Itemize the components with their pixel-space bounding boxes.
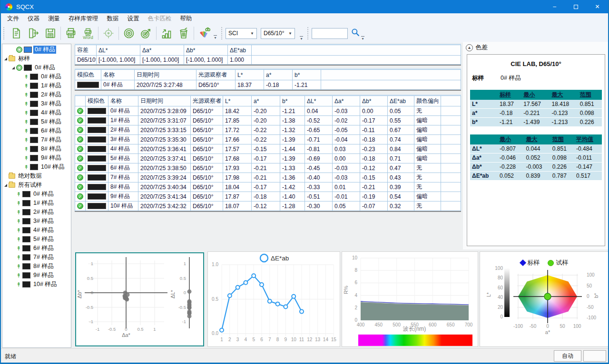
column-header[interactable]: ΔE*ab [228, 45, 252, 56]
tree-item[interactable]: ↟3# 样品 [2, 99, 71, 108]
menu-item[interactable]: 仪器 [23, 14, 44, 24]
menu-item[interactable]: 设置 [123, 14, 144, 24]
column-header[interactable]: Δa* [333, 96, 360, 106]
tree-item[interactable]: 所有试样 [2, 181, 71, 190]
search-input[interactable] [312, 28, 348, 39]
tree-item[interactable]: ↟1# 样品 [2, 199, 71, 208]
tree-item[interactable]: ↟7# 样品 [2, 135, 71, 144]
tree-item[interactable]: ↟2# 样品 [2, 90, 71, 99]
tree-item[interactable]: ↟9# 样品 [2, 271, 71, 280]
illuminant-dropdown[interactable]: D65/10° ▼ [261, 28, 295, 39]
tree-expander-icon[interactable] [12, 67, 15, 69]
column-header[interactable]: b* [280, 96, 305, 106]
tree-item[interactable]: ↟0# 样品 [2, 72, 71, 81]
toolbar-grip[interactable] [221, 27, 224, 39]
column-header[interactable]: a* [264, 70, 293, 80]
column-header[interactable]: 名称 [108, 96, 138, 106]
tree-item[interactable]: 0# 样品 [2, 45, 71, 54]
collapse-panel-icon[interactable]: ▲ [466, 44, 473, 51]
search-icon[interactable] [351, 28, 360, 39]
tree-item[interactable]: ↟9# 样品 [2, 153, 71, 163]
delete-button[interactable] [175, 25, 192, 42]
deltae-trend-chart-panel[interactable]: 1234567891011121314150.00.51.0ΔE*ab [207, 251, 340, 347]
save-button[interactable] [42, 25, 59, 42]
table-row[interactable]: ✓4# 样品2020/7/25 3:36:41D65/10°17.57-0.15… [75, 144, 461, 154]
menu-item[interactable]: 存样库管理 [64, 14, 103, 24]
print-word-button[interactable]: Word [79, 25, 97, 42]
toolbar-grip[interactable] [3, 27, 6, 39]
toolbar-grip[interactable] [307, 27, 310, 39]
report-chart-button[interactable] [158, 25, 175, 42]
mode-dropdown[interactable]: SCI ▼ [226, 28, 257, 39]
gamut-chart-panel[interactable]: -100-50050100100500-50-100100806040200L*… [480, 251, 609, 347]
tree-item[interactable]: ↟7# 样品 [2, 253, 71, 262]
menu-item[interactable]: 帮助 [176, 14, 196, 24]
table-row[interactable]: ✓1# 样品2020/7/25 3:31:07D65/10°17.85-0.20… [75, 116, 461, 125]
table-row[interactable]: ✓6# 样品2020/7/25 3:38:50D65/10°17.93-0.21… [75, 163, 461, 173]
tree-item[interactable]: ↟6# 样品 [2, 126, 71, 135]
toolbar-overflow-icon[interactable]: ▾ [361, 36, 364, 41]
close-button[interactable]: ✕ [587, 0, 608, 13]
tree-item[interactable]: ↟4# 样品 [2, 108, 71, 117]
tree-item[interactable]: ↟5# 样品 [2, 235, 71, 244]
column-header[interactable]: 日期时间 [138, 96, 191, 106]
column-header[interactable]: a* [252, 96, 280, 106]
table-row[interactable]: ✓2# 样品2020/7/25 3:33:15D65/10°17.72-0.22… [75, 125, 461, 135]
column-header[interactable] [75, 96, 86, 106]
column-header[interactable]: 颜色偏向 [414, 96, 441, 106]
table-row[interactable]: D65/10°[-1.000, 1.000][-1.000, 1.000][-1… [75, 56, 461, 65]
tree-item[interactable]: 绝对数据 [2, 172, 71, 181]
table-row[interactable]: ✓9# 样品2020/7/25 3:41:34D65/10°17.87-0.18… [75, 192, 461, 201]
reflectance-chart-panel[interactable]: 0246810400450500550600650700R%波长(nm) [342, 251, 478, 347]
column-header[interactable]: ΔL* [97, 45, 140, 56]
table-row[interactable]: ✓5# 样品2020/7/25 3:37:41D65/10°17.68-0.17… [75, 154, 461, 163]
tree-item[interactable]: ↟0# 样品 [2, 190, 71, 199]
tree-item[interactable]: ↟4# 样品 [2, 226, 71, 235]
tree-item[interactable]: ↟2# 样品 [2, 208, 71, 217]
tree-item[interactable]: ↟1# 样品 [2, 81, 71, 90]
tree-item[interactable]: ↟6# 样品 [2, 244, 71, 253]
tree-item[interactable]: ↟5# 样品 [2, 117, 71, 126]
tree-item[interactable]: ↟10# 样品 [2, 280, 71, 289]
column-header[interactable] [321, 70, 461, 80]
toolbar-overflow-icon[interactable]: ▾ [300, 36, 303, 41]
table-row[interactable]: ✓7# 样品2020/7/25 3:39:24D65/10°17.98-0.21… [75, 173, 461, 182]
auto-button[interactable]: 自动 [554, 350, 581, 362]
column-header[interactable]: b* [293, 70, 321, 80]
column-header[interactable]: 模拟色 [75, 70, 101, 80]
column-header[interactable] [441, 96, 461, 106]
new-document-button[interactable] [8, 25, 25, 42]
table-row[interactable]: ✓8# 样品2020/7/25 3:40:34D65/10°18.04-0.17… [75, 182, 461, 192]
export-button[interactable] [25, 25, 42, 42]
column-header[interactable]: L* [223, 96, 252, 106]
menu-item[interactable]: 色卡匹检 [144, 14, 176, 24]
tree-item[interactable]: ↟8# 样品 [2, 144, 71, 153]
table-row[interactable]: ✓3# 样品2020/7/25 3:35:30D65/10°17.66-0.22… [75, 135, 461, 144]
column-header[interactable]: L* [236, 70, 264, 80]
tree-item[interactable]: ↟3# 样品 [2, 217, 71, 226]
toolbar-overflow-icon[interactable]: ▾ [214, 35, 217, 40]
print-button[interactable] [62, 25, 79, 42]
menu-item[interactable]: 测量 [44, 14, 64, 24]
tree-item[interactable]: ↟10# 样品 [2, 163, 71, 172]
column-header[interactable] [252, 45, 461, 56]
measure-sample-button[interactable] [138, 25, 155, 42]
column-header[interactable]: Δb* [184, 45, 228, 56]
minimize-button[interactable]: – [544, 0, 565, 13]
maximize-button[interactable] [565, 0, 587, 13]
calibrate-button[interactable] [100, 25, 117, 42]
column-header[interactable]: 名称 [101, 70, 135, 80]
tree-expander-icon[interactable] [4, 57, 7, 60]
menu-item[interactable]: 文件 [3, 14, 23, 24]
column-header[interactable]: ΔL* [305, 96, 333, 106]
tree-expander-icon[interactable] [4, 184, 7, 187]
measure-standard-button[interactable] [120, 25, 138, 42]
column-header[interactable]: Δb* [360, 96, 388, 106]
color-search-button[interactable] [196, 25, 213, 42]
column-header[interactable]: Δa* [140, 45, 184, 56]
menu-item[interactable]: 数据 [103, 14, 123, 24]
scatter-chart-panel[interactable]: -1-1-0.5-0.5000.50.511Δa*Δb*-1-0.500.51Δ… [75, 252, 204, 346]
tree-item[interactable]: ↟8# 样品 [2, 262, 71, 271]
column-header[interactable]: 容差 [75, 45, 97, 56]
column-header[interactable]: ΔE*ab [388, 96, 414, 106]
